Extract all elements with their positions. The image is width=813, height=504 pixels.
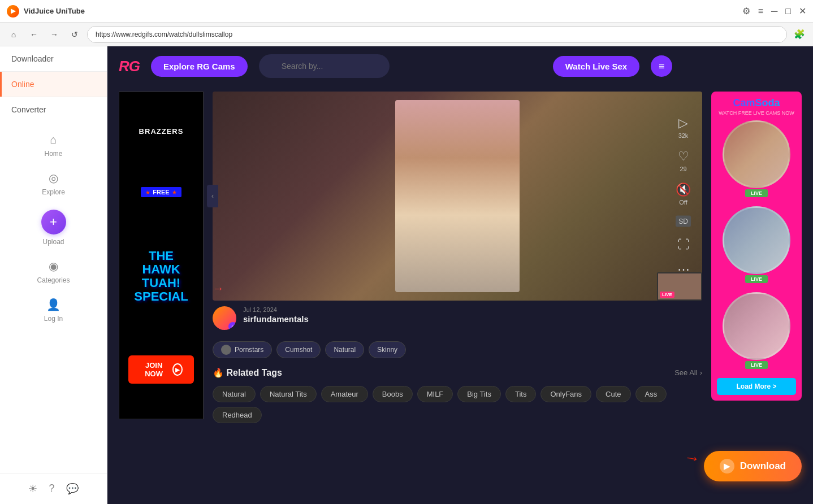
- views-icon: ▷: [678, 116, 688, 131]
- section-title: 🔥 Related Tags: [213, 367, 282, 378]
- sidebar-item-converter[interactable]: Converter: [0, 97, 107, 122]
- sidebar-nav-upload[interactable]: + Upload: [41, 210, 66, 246]
- tag-pill-cute[interactable]: Cute: [596, 386, 630, 402]
- tag-pill-big-tits[interactable]: Big Tits: [457, 386, 501, 402]
- maximize-icon[interactable]: □: [785, 6, 791, 16]
- home-icon: ⌂: [50, 133, 57, 146]
- forward-button[interactable]: →: [46, 27, 62, 42]
- quality-icon: SD: [676, 216, 691, 227]
- like-count-ctrl[interactable]: ♡ 29: [678, 149, 689, 172]
- window-controls: ⚙ ≡ ─ □ ✕: [742, 6, 806, 16]
- collapse-button[interactable]: ‹: [207, 185, 218, 207]
- see-all-link[interactable]: See All ›: [674, 368, 702, 377]
- sound-ctrl[interactable]: 🔇 Off: [676, 183, 691, 206]
- reload-button[interactable]: ↺: [67, 27, 83, 42]
- tag-grid: Natural Natural Tits Amateur Boobs MILF …: [213, 386, 702, 423]
- back-button[interactable]: ←: [26, 27, 42, 42]
- home-button[interactable]: ⌂: [6, 27, 21, 42]
- search-input[interactable]: [259, 54, 390, 78]
- thumbnail-strip: LIVE: [657, 272, 702, 301]
- video-tags: Pornstars Cumshot Natural Skinny: [213, 341, 702, 358]
- quality-ctrl[interactable]: SD: [676, 216, 691, 227]
- explore-cams-button[interactable]: Explore RG Cams: [151, 56, 248, 77]
- camsoda-logo: CamSoda: [717, 97, 796, 109]
- video-background: [213, 92, 702, 301]
- page-body: BRAZZERS ★ FREE ★ THEHAWKTUAH!SPECIAL JO…: [107, 86, 813, 438]
- cam-1-wrapper: LIVE: [717, 120, 796, 202]
- download-icon: ▶: [720, 459, 734, 473]
- sidebar-nav-home[interactable]: ⌂ Home: [44, 133, 62, 158]
- cam-panel: CamSoda WATCH FREE LIVE CAMS NOW LIVE LI…: [711, 92, 802, 432]
- load-more-button[interactable]: Load More >: [717, 378, 796, 395]
- hamburger-icon[interactable]: ≡: [758, 6, 763, 16]
- tag-skinny[interactable]: Skinny: [369, 341, 406, 358]
- brazzers-free-badge: ★ FREE ★: [141, 187, 181, 197]
- live-badge: LIVE: [660, 292, 674, 298]
- theme-icon[interactable]: ☀: [28, 483, 37, 495]
- sidebar-item-downloader[interactable]: Downloader: [0, 46, 107, 71]
- main-layout: Downloader Online Converter ⌂ Home ◎ Exp…: [0, 46, 813, 504]
- brazzers-logo: BRAZZERS: [139, 127, 184, 136]
- sidebar-item-online[interactable]: Online: [0, 72, 107, 97]
- sidebar-bottom: ☀ ? 💬: [0, 473, 107, 504]
- download-arrow-icon: →: [682, 448, 701, 468]
- cam-3-thumb[interactable]: [723, 292, 790, 360]
- arrow-indicator: →: [213, 282, 224, 295]
- free-label: FREE: [153, 189, 169, 195]
- explore-icon: ◎: [49, 171, 58, 185]
- extension-button[interactable]: 🧩: [792, 27, 807, 42]
- browserbar: ⌂ ← → ↺ 🧩: [0, 23, 813, 46]
- video-player[interactable]: YNGR ▷ 32k ♡ 29 🔇: [213, 92, 702, 301]
- tag-pill-amateur[interactable]: Amateur: [321, 386, 368, 402]
- rg-menu-button[interactable]: ≡: [651, 55, 672, 77]
- cam-2-wrapper: LIVE: [717, 206, 796, 288]
- fullscreen-ctrl[interactable]: ⛶: [677, 237, 690, 252]
- tag-pill-boobs[interactable]: Boobs: [373, 386, 413, 402]
- tag-icon-pornstars: [221, 345, 231, 355]
- camsoda-subtitle: WATCH FREE LIVE CAMS NOW: [717, 110, 796, 116]
- join-now-button[interactable]: JOIN NOW ▶: [128, 355, 194, 384]
- tag-natural[interactable]: Natural: [325, 341, 364, 358]
- tag-pornstars[interactable]: Pornstars: [213, 341, 272, 358]
- creator-avatar: +: [213, 306, 236, 330]
- video-section: YNGR ▷ 32k ♡ 29 🔇: [213, 92, 702, 432]
- chat-icon[interactable]: 💬: [66, 483, 79, 495]
- cam-2-live-badge: LIVE: [745, 275, 768, 283]
- cam-1-thumb[interactable]: [723, 120, 790, 188]
- watch-live-button[interactable]: Watch Live Sex: [553, 56, 639, 77]
- play-icon: ▶: [172, 363, 183, 376]
- titlebar: ▶ VidJuice UniTube ⚙ ≡ ─ □ ✕: [0, 0, 813, 23]
- ad-headline: THEHAWKTUAH!SPECIAL: [134, 249, 188, 304]
- tag-pill-tits[interactable]: Tits: [505, 386, 536, 402]
- tag-pill-redhead[interactable]: Redhead: [213, 407, 262, 423]
- download-button[interactable]: ▶ Download: [704, 451, 802, 481]
- help-icon[interactable]: ?: [49, 483, 54, 495]
- close-icon[interactable]: ✕: [799, 6, 806, 16]
- video-info: + Jul 12, 2024 sirfundamentals: [213, 301, 702, 336]
- star-left-icon: ★: [145, 189, 150, 195]
- related-thumb[interactable]: LIVE: [657, 272, 702, 301]
- video-creator[interactable]: sirfundamentals: [243, 314, 702, 324]
- address-bar[interactable]: [87, 26, 787, 43]
- cam-3-live-badge: LIVE: [745, 361, 768, 369]
- video-date: Jul 12, 2024: [243, 306, 702, 313]
- tag-pill-ass[interactable]: Ass: [635, 386, 667, 402]
- ad-panel: BRAZZERS ★ FREE ★ THEHAWKTUAH!SPECIAL JO…: [119, 92, 204, 432]
- settings-icon[interactable]: ⚙: [742, 6, 750, 16]
- sidebar-nav-categories[interactable]: ◉ Categories: [37, 259, 70, 284]
- sidebar-top: Downloader Online Converter: [0, 46, 107, 122]
- sidebar-nav-login[interactable]: 👤 Log In: [44, 298, 63, 323]
- subscribe-plus-icon[interactable]: +: [228, 322, 236, 330]
- content-area: RG Explore RG Cams 🔍 Watch Live Sex ≡ BR…: [107, 46, 813, 504]
- cam-2-thumb[interactable]: [723, 206, 790, 274]
- tag-cumshot[interactable]: Cumshot: [276, 341, 321, 358]
- tag-pill-natural-tits[interactable]: Natural Tits: [260, 386, 317, 402]
- tag-pill-milf[interactable]: MILF: [417, 386, 453, 402]
- cam-3-wrapper: LIVE: [717, 292, 796, 373]
- upload-plus-icon: +: [41, 210, 66, 234]
- sidebar-nav-explore[interactable]: ◎ Explore: [42, 171, 65, 196]
- minimize-icon[interactable]: ─: [771, 6, 777, 16]
- tag-pill-onlyfans[interactable]: OnlyFans: [540, 386, 591, 402]
- tag-pill-natural[interactable]: Natural: [213, 386, 256, 402]
- ad-box: BRAZZERS ★ FREE ★ THEHAWKTUAH!SPECIAL JO…: [119, 92, 204, 419]
